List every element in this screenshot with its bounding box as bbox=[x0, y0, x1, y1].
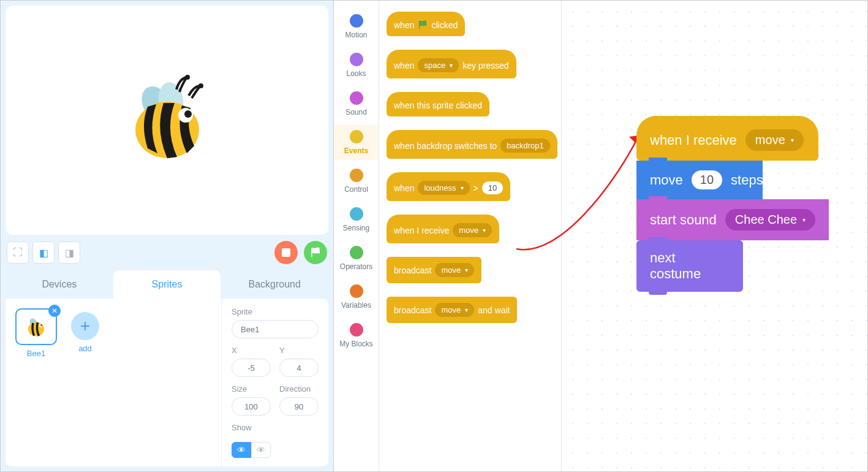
green-flag-button[interactable] bbox=[304, 241, 327, 264]
stage[interactable] bbox=[6, 6, 328, 235]
category-sound[interactable]: Sound bbox=[334, 86, 379, 121]
block-when-receive[interactable]: when I receive move bbox=[387, 215, 554, 243]
svg-point-6 bbox=[184, 110, 192, 118]
sprite-x-input[interactable]: -5 bbox=[232, 359, 271, 377]
show-sprite-button[interactable]: 👁 bbox=[232, 442, 251, 458]
block-palette: when clicked when space key pressed when… bbox=[379, 1, 562, 471]
prop-show-label: Show bbox=[232, 423, 319, 432]
script-next-costume[interactable]: next costume bbox=[636, 240, 743, 292]
script-start-sound[interactable]: start sound Chee Chee bbox=[636, 199, 829, 240]
prop-x-label: X bbox=[232, 346, 271, 355]
sprite-card-bee1[interactable]: ✕ Bee1 bbox=[15, 308, 57, 358]
message-dropdown[interactable]: move bbox=[453, 223, 492, 237]
sprite-direction-input[interactable]: 90 bbox=[279, 397, 319, 416]
sprite-y-input[interactable]: 4 bbox=[279, 359, 319, 377]
backdrop-dropdown[interactable]: backdrop1 bbox=[500, 139, 550, 153]
tab-devices[interactable]: Devices bbox=[6, 270, 113, 299]
block-when-backdrop-switches[interactable]: when backdrop switches to backdrop1 bbox=[387, 130, 554, 159]
layout-single-button[interactable]: ◨ bbox=[58, 242, 80, 264]
asset-tabs: Devices Sprites Background bbox=[6, 270, 328, 299]
tab-background[interactable]: Background bbox=[221, 270, 328, 299]
stop-button[interactable] bbox=[274, 241, 298, 264]
script-when-receive[interactable]: when I receive move bbox=[636, 116, 818, 161]
block-broadcast[interactable]: broadcast move bbox=[387, 257, 554, 283]
svg-point-3 bbox=[198, 83, 203, 88]
block-when-loudness[interactable]: when loudness > 10 bbox=[387, 172, 554, 201]
prop-sprite-label: Sprite bbox=[232, 307, 319, 316]
fullscreen-button[interactable]: ⛶ bbox=[7, 242, 29, 264]
green-flag-icon bbox=[418, 20, 428, 30]
script-message-dropdown[interactable]: move bbox=[745, 129, 804, 151]
prop-direction-label: Direction bbox=[279, 384, 319, 394]
block-when-sprite-clicked[interactable]: when this sprite clicked bbox=[387, 92, 554, 116]
script-move-steps[interactable]: move 10 steps bbox=[636, 161, 763, 199]
loudness-threshold-input[interactable]: 10 bbox=[482, 181, 503, 194]
sprite-on-stage[interactable] bbox=[118, 71, 216, 169]
block-when-flag-clicked[interactable]: when clicked bbox=[387, 12, 554, 36]
script-sound-dropdown[interactable]: Chee Chee bbox=[725, 209, 815, 230]
category-motion[interactable]: Motion bbox=[334, 9, 379, 44]
sprite-name-input[interactable]: Bee1 bbox=[232, 320, 319, 338]
category-operators[interactable]: Operators bbox=[334, 241, 379, 276]
hide-sprite-button[interactable]: 👁 bbox=[251, 442, 271, 458]
sprite-size-input[interactable]: 100 bbox=[232, 397, 271, 416]
category-myblocks[interactable]: My Blocks bbox=[334, 318, 379, 353]
sprite-panel: ✕ Bee1 + add bbox=[6, 299, 328, 466]
script-canvas[interactable]: when I receive move move 10 steps start … bbox=[562, 1, 867, 471]
svg-point-2 bbox=[185, 75, 190, 80]
block-when-key-pressed[interactable]: when space key pressed bbox=[387, 50, 554, 78]
script-stack[interactable]: when I receive move move 10 steps start … bbox=[636, 116, 829, 292]
stage-controls: ⛶ ◧ ◨ bbox=[6, 240, 328, 265]
script-move-steps-input[interactable]: 10 bbox=[692, 170, 722, 189]
add-sprite-button[interactable]: + bbox=[71, 312, 99, 340]
delete-sprite-button[interactable]: ✕ bbox=[48, 305, 61, 317]
sprite-card-label: Bee1 bbox=[15, 349, 57, 358]
broadcast-wait-message-dropdown[interactable]: move bbox=[435, 303, 474, 317]
add-sprite-label: add bbox=[64, 344, 106, 353]
layout-split-button[interactable]: ◧ bbox=[32, 242, 55, 264]
tab-sprites[interactable]: Sprites bbox=[113, 270, 221, 299]
block-broadcast-wait[interactable]: broadcast move and wait bbox=[387, 297, 554, 323]
loudness-dropdown[interactable]: loudness bbox=[418, 181, 469, 195]
sprite-properties: Sprite Bee1 X-5 Y4 Size100 Direction90 S… bbox=[221, 299, 328, 466]
sprite-list: ✕ Bee1 + add bbox=[6, 299, 221, 466]
key-dropdown[interactable]: space bbox=[418, 58, 459, 72]
prop-y-label: Y bbox=[279, 346, 319, 355]
category-events[interactable]: Events bbox=[334, 125, 379, 160]
category-sensing[interactable]: Sensing bbox=[334, 202, 379, 237]
category-control[interactable]: Control bbox=[334, 164, 379, 199]
block-category-list: Motion Looks Sound Events Control Sensin… bbox=[334, 1, 379, 471]
svg-point-10 bbox=[40, 324, 42, 326]
stage-panel: ⛶ ◧ ◨ Devices Sprites Background bbox=[1, 1, 334, 471]
broadcast-message-dropdown[interactable]: move bbox=[435, 263, 474, 277]
category-looks[interactable]: Looks bbox=[334, 48, 379, 83]
prop-size-label: Size bbox=[232, 384, 271, 394]
category-variables[interactable]: Variables bbox=[334, 280, 379, 314]
